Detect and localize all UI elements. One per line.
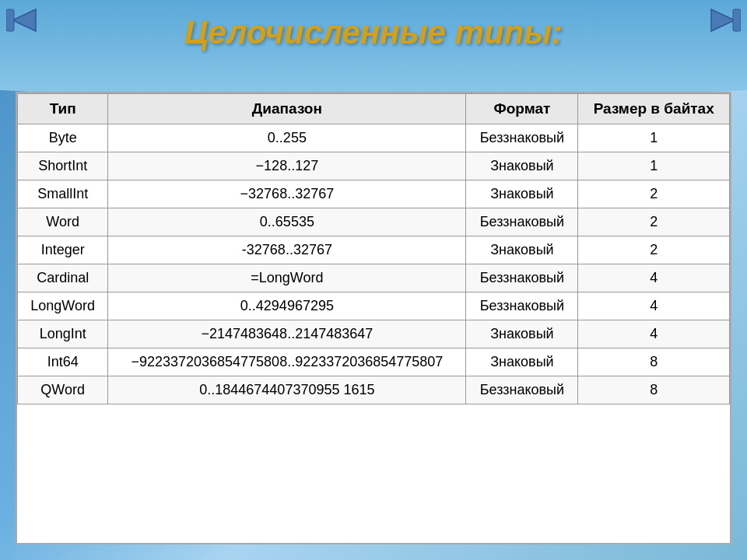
nav-prev-button[interactable] — [6, 6, 37, 34]
table-cell: LongInt — [18, 320, 108, 348]
svg-rect-1 — [6, 9, 14, 31]
table-cell: 0..4294967295 — [108, 292, 466, 320]
integer-types-table: Тип Диапазон Формат Размер в байтах Byte… — [17, 93, 730, 404]
table-cell: Знаковый — [466, 236, 578, 264]
table-cell: 1 — [578, 152, 730, 180]
table-cell: Знаковый — [466, 348, 578, 376]
table-cell: Int64 — [18, 348, 108, 376]
table-cell: −128..127 — [108, 152, 466, 180]
table-cell: 4 — [578, 292, 730, 320]
table-cell: −32768..32767 — [108, 180, 466, 208]
data-table-container: Тип Диапазон Формат Размер в байтах Byte… — [16, 92, 731, 544]
table-cell: 4 — [578, 264, 730, 292]
table-cell: LongWord — [18, 292, 108, 320]
table-row: ShortInt−128..127Знаковый1 — [18, 152, 730, 180]
table-cell: Знаковый — [466, 180, 578, 208]
table-cell: ShortInt — [18, 152, 108, 180]
table-cell: −2147483648..2147483647 — [108, 320, 466, 348]
table-cell: −9223372036854775808..922337203685477580… — [108, 348, 466, 376]
table-cell: 8 — [578, 348, 730, 376]
table-cell: Беззнаковый — [466, 208, 578, 236]
page-title: Целочисленные типы: — [47, 14, 700, 51]
table-cell: 0..65535 — [108, 208, 466, 236]
col-header-type: Тип — [18, 94, 108, 124]
table-cell: 4 — [578, 320, 730, 348]
table-cell: =LongWord — [108, 264, 466, 292]
table-row: Int64−9223372036854775808..9223372036854… — [18, 348, 730, 376]
table-cell: QWord — [18, 376, 108, 404]
table-row: LongInt−2147483648..2147483647Знаковый4 — [18, 320, 730, 348]
table-header-row: Тип Диапазон Формат Размер в байтах — [18, 94, 730, 124]
table-row: Word0..65535Беззнаковый2 — [18, 208, 730, 236]
col-header-format: Формат — [466, 94, 578, 124]
table-cell: Byte — [18, 124, 108, 152]
table-row: Cardinal=LongWordБеззнаковый4 — [18, 264, 730, 292]
table-cell: Беззнаковый — [466, 376, 578, 404]
table-cell: Integer — [18, 236, 108, 264]
table-cell: 0..1844674407370955 1615 — [108, 376, 466, 404]
table-cell: Беззнаковый — [466, 292, 578, 320]
table-row: QWord0..1844674407370955 1615Беззнаковый… — [18, 376, 730, 404]
table-cell: 8 — [578, 376, 730, 404]
table-cell: 2 — [578, 236, 730, 264]
table-cell: 1 — [578, 124, 730, 152]
table-cell: Знаковый — [466, 320, 578, 348]
svg-rect-3 — [733, 9, 741, 31]
table-cell: Word — [18, 208, 108, 236]
table-cell: -32768..32767 — [108, 236, 466, 264]
table-cell: Беззнаковый — [466, 124, 578, 152]
table-cell: Беззнаковый — [466, 264, 578, 292]
svg-marker-2 — [711, 9, 735, 31]
table-cell: 2 — [578, 180, 730, 208]
table-row: LongWord0..4294967295Беззнаковый4 — [18, 292, 730, 320]
table-cell: SmallInt — [18, 180, 108, 208]
col-header-range: Диапазон — [108, 94, 466, 124]
nav-next-button[interactable] — [710, 6, 741, 34]
svg-marker-0 — [12, 9, 36, 31]
table-cell: 2 — [578, 208, 730, 236]
col-header-size: Размер в байтах — [578, 94, 730, 124]
table-cell: 0..255 — [108, 124, 466, 152]
table-row: SmallInt−32768..32767Знаковый2 — [18, 180, 730, 208]
table-row: Byte0..255Беззнаковый1 — [18, 124, 730, 152]
table-row: Integer-32768..32767Знаковый2 — [18, 236, 730, 264]
table-cell: Cardinal — [18, 264, 108, 292]
table-cell: Знаковый — [466, 152, 578, 180]
